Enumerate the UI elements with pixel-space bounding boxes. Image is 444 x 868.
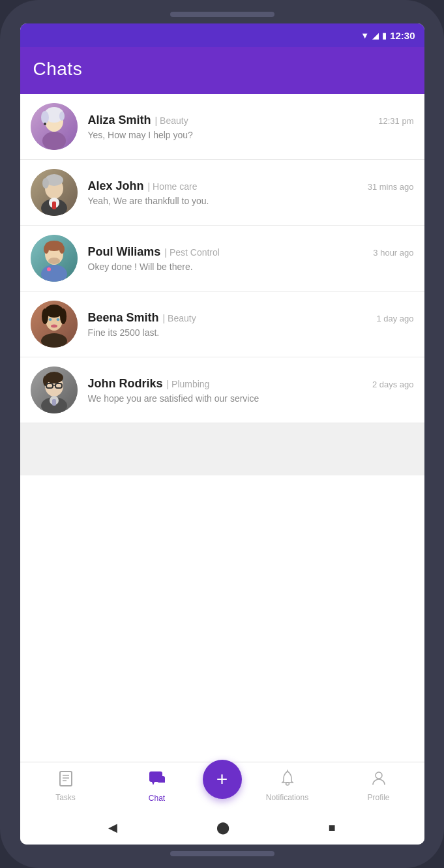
- chat-info-4: Beena Smith | Beauty 1 day ago Fine its …: [88, 311, 414, 338]
- chat-name-group-1: Aliza Smith | Beauty: [88, 113, 188, 127]
- chat-category-5: | Plumbing: [167, 379, 210, 389]
- nav-item-tasks[interactable]: Tasks: [20, 770, 111, 802]
- svg-rect-13: [52, 202, 56, 209]
- svg-point-28: [56, 318, 59, 321]
- chat-message-2: Yeah, We are thankfull to you.: [88, 196, 414, 206]
- status-icons: ▼ ◢ ▮ 12:30: [361, 30, 415, 41]
- tasks-icon: [57, 770, 74, 790]
- signal-icon: ◢: [372, 31, 379, 40]
- status-time: 12:30: [390, 30, 415, 41]
- chat-item-2[interactable]: Alex John | Home care 31 mins ago Yeah, …: [20, 160, 424, 226]
- chat-name-2: Alex John: [88, 179, 144, 193]
- phone-device: ▼ ◢ ▮ 12:30 Chats: [0, 0, 444, 868]
- chat-time-5: 2 days ago: [372, 380, 414, 389]
- chat-time-3: 3 hour ago: [373, 248, 413, 258]
- chat-item-1[interactable]: Aliza Smith | Beauty 12:31 pm Yes, How m…: [20, 94, 424, 160]
- svg-point-26: [60, 308, 67, 324]
- svg-point-18: [59, 245, 65, 254]
- chat-name-3: Poul Wiliams: [88, 245, 161, 259]
- chat-name-5: John Rodriks: [88, 377, 163, 391]
- chat-item-3[interactable]: Poul Wiliams | Pest Control 3 hour ago O…: [20, 226, 424, 292]
- battery-icon: ▮: [382, 31, 387, 40]
- chat-time-4: 1 day ago: [376, 314, 413, 323]
- nav-item-profile[interactable]: Profile: [333, 770, 424, 802]
- chat-name-row-4: Beena Smith | Beauty 1 day ago: [88, 311, 414, 325]
- bottom-notch: [170, 851, 274, 856]
- chat-name-row-1: Aliza Smith | Beauty 12:31 pm: [88, 113, 414, 127]
- avatar-2: [31, 169, 78, 216]
- chat-time-2: 31 mins ago: [368, 182, 414, 192]
- chat-list: Aliza Smith | Beauty 12:31 pm Yes, How m…: [20, 94, 424, 762]
- svg-point-51: [376, 772, 382, 779]
- chat-message-3: Okey done ! Will be there.: [88, 262, 414, 272]
- chat-name-group-4: Beena Smith | Beauty: [88, 311, 196, 325]
- chat-name-1: Aliza Smith: [88, 113, 151, 127]
- android-nav: ◀ ⬤ ■: [20, 811, 424, 845]
- svg-point-4: [59, 112, 65, 121]
- svg-marker-46: [152, 782, 155, 785]
- profile-label: Profile: [367, 793, 389, 802]
- tasks-label: Tasks: [55, 793, 76, 802]
- chat-name-row-2: Alex John | Home care 31 mins ago: [88, 179, 414, 193]
- chat-name-row-5: John Rodriks | Plumbing 2 days ago: [88, 377, 414, 391]
- phone-screen: ▼ ◢ ▮ 12:30 Chats: [20, 23, 424, 845]
- svg-point-5: [42, 132, 66, 150]
- chat-message-1: Yes, How may I help you?: [88, 130, 414, 140]
- chat-info-3: Poul Wiliams | Pest Control 3 hour ago O…: [88, 245, 414, 272]
- back-button[interactable]: ◀: [108, 820, 117, 835]
- chat-category-3: | Pest Control: [164, 247, 220, 258]
- chat-category-2: | Home care: [148, 181, 198, 192]
- notifications-label: Notifications: [266, 793, 308, 802]
- nav-item-notifications[interactable]: Notifications: [242, 770, 333, 802]
- chat-name-group-2: Alex John | Home care: [88, 179, 198, 193]
- svg-point-21: [47, 267, 51, 271]
- notifications-icon: [279, 770, 296, 790]
- chat-info-5: John Rodriks | Plumbing 2 days ago We ho…: [88, 377, 414, 404]
- bottom-nav: Tasks Chat +: [20, 762, 424, 811]
- fab-icon: +: [216, 768, 228, 790]
- svg-rect-41: [60, 771, 72, 786]
- chat-info-1: Aliza Smith | Beauty 12:31 pm Yes, How m…: [88, 113, 414, 140]
- svg-point-19: [48, 258, 60, 264]
- chat-time-1: 12:31 pm: [378, 116, 413, 126]
- svg-point-6: [44, 123, 46, 125]
- chat-message-4: Fine its 2500 last.: [88, 327, 414, 338]
- fab-button[interactable]: +: [203, 760, 242, 799]
- chat-message-5: We hope you are satisfied with our servi…: [88, 393, 414, 404]
- home-button[interactable]: ⬤: [216, 820, 229, 835]
- svg-point-27: [48, 318, 52, 321]
- chat-category-1: | Beauty: [155, 115, 188, 126]
- status-bar: ▼ ◢ ▮ 12:30: [20, 23, 424, 47]
- svg-point-29: [51, 325, 57, 328]
- svg-point-3: [41, 111, 49, 124]
- svg-point-10: [42, 178, 49, 188]
- chat-name-4: Beena Smith: [88, 311, 159, 325]
- profile-icon: [370, 770, 387, 790]
- svg-point-25: [42, 308, 48, 324]
- avatar-4: [31, 301, 78, 348]
- chat-item-4[interactable]: Beena Smith | Beauty 1 day ago Fine its …: [20, 292, 424, 357]
- chat-item-5[interactable]: John Rodriks | Plumbing 2 days ago We ho…: [20, 357, 424, 423]
- chat-info-2: Alex John | Home care 31 mins ago Yeah, …: [88, 179, 414, 206]
- avatar-1: [31, 103, 78, 150]
- chat-name-row-3: Poul Wiliams | Pest Control 3 hour ago: [88, 245, 414, 259]
- page-title: Chats: [33, 59, 411, 80]
- app-header: Chats: [20, 47, 424, 94]
- chat-icon: [148, 769, 166, 791]
- chat-name-group-5: John Rodriks | Plumbing: [88, 377, 210, 391]
- recents-button[interactable]: ■: [329, 821, 336, 835]
- svg-point-50: [286, 783, 289, 785]
- svg-point-34: [43, 376, 48, 386]
- avatar-5: [31, 367, 78, 413]
- chat-label: Chat: [149, 794, 165, 803]
- wifi-icon: ▼: [361, 31, 369, 40]
- svg-rect-40: [52, 399, 56, 406]
- chat-category-4: | Beauty: [163, 313, 196, 323]
- top-notch: [170, 12, 274, 17]
- chat-name-group-3: Poul Wiliams | Pest Control: [88, 245, 220, 259]
- svg-point-17: [44, 245, 49, 254]
- avatar-3: [31, 235, 78, 282]
- nav-item-chat[interactable]: Chat: [111, 769, 203, 803]
- empty-space: [20, 423, 424, 475]
